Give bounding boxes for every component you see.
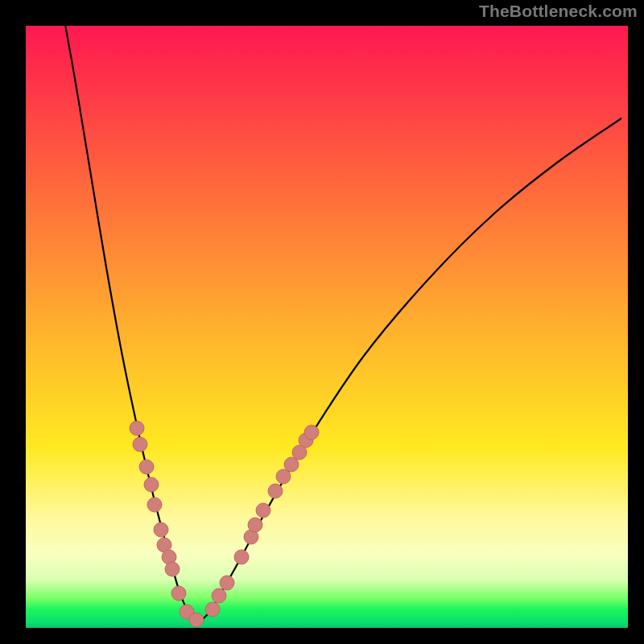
dot-group	[130, 421, 319, 627]
data-dot	[205, 602, 220, 617]
chart-container: TheBottleneck.com	[0, 0, 644, 644]
data-dot	[130, 421, 144, 436]
data-dot	[212, 588, 226, 603]
data-dot	[234, 550, 249, 564]
data-dot	[256, 503, 270, 518]
data-dot	[268, 484, 283, 498]
data-dot	[147, 497, 162, 512]
data-dot	[171, 586, 186, 601]
plot-area	[26, 26, 628, 628]
data-dot	[165, 562, 180, 576]
data-dot	[189, 613, 204, 627]
data-dot	[220, 576, 234, 590]
data-dot	[139, 460, 154, 474]
dots-layer	[26, 26, 628, 628]
data-dot	[304, 425, 319, 440]
data-dot	[133, 437, 147, 452]
data-dot	[154, 522, 168, 537]
data-dot	[248, 518, 262, 532]
attribution-text: TheBottleneck.com	[479, 2, 638, 21]
data-dot	[144, 477, 159, 492]
